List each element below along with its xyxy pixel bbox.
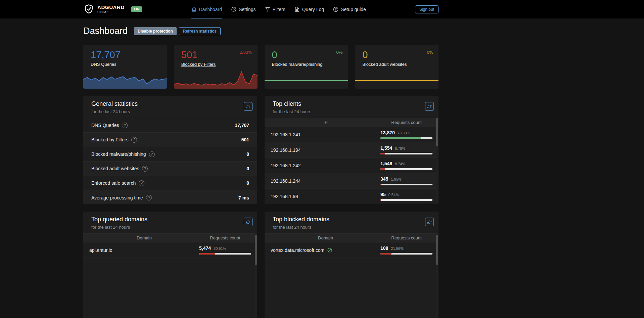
table-row: Blocked malware/phishing? 0 xyxy=(83,147,257,162)
stat-card-blocked-malware: 0 0% Blocked malware/phishing xyxy=(265,45,348,89)
requests-bar xyxy=(380,199,432,201)
client-ip[interactable]: 192.168.1.98 xyxy=(271,194,380,199)
sign-out-button[interactable]: Sign out xyxy=(415,5,439,13)
query-log-icon xyxy=(294,7,300,12)
refresh-icon xyxy=(246,220,250,224)
help-icon[interactable]: ? xyxy=(149,151,155,157)
help-icon[interactable]: ? xyxy=(131,137,137,143)
nav-item-filters[interactable]: Filters xyxy=(265,0,285,18)
scrollbar-thumb[interactable] xyxy=(255,235,257,265)
table-header: IP Requests count xyxy=(265,118,439,127)
nav-item-dashboard[interactable]: Dashboard xyxy=(191,0,222,18)
scrollbar-thumb[interactable] xyxy=(436,118,438,146)
brand-name: ADGUARD xyxy=(97,5,125,10)
blocked-status-icon xyxy=(327,247,332,253)
table-row: 192.168.1.194 1,5548.78% xyxy=(265,142,439,158)
refresh-icon xyxy=(427,104,431,109)
client-ip[interactable]: 192.168.1.194 xyxy=(271,147,380,153)
top-clients-panel: Top clients for the last 24 hours IP Req… xyxy=(265,96,439,204)
main-content: Dashboard Disable protection Refresh sta… xyxy=(83,25,439,318)
table-header: Domain Requests count xyxy=(83,233,257,242)
stat-cards-row: 17,707 DNS Queries 501 2.83% Blocked by … xyxy=(83,45,439,89)
setup-guide-help-icon xyxy=(333,7,338,12)
adguard-logo-icon xyxy=(83,3,94,15)
blocked-adult-percent: 0% xyxy=(427,50,433,55)
requests-bar xyxy=(380,184,432,185)
blocked-adult-sparkline xyxy=(355,67,439,89)
top-blocked-refresh-button[interactable] xyxy=(425,218,434,226)
protection-status-badge: ON xyxy=(131,6,142,12)
scrollbar-track[interactable] xyxy=(436,233,438,318)
blocked-domain[interactable]: vortex.data.microsoft.com xyxy=(271,247,380,253)
dns-queries-label: DNS Queries xyxy=(91,62,167,67)
top-clients-subtitle: for the last 24 hours xyxy=(273,109,433,114)
scrollbar-track[interactable] xyxy=(436,118,438,204)
top-blocked-domains-panel: Top blocked domains for the last 24 hour… xyxy=(265,212,439,318)
scrollbar-track[interactable] xyxy=(255,233,257,318)
help-icon[interactable]: ? xyxy=(139,180,144,186)
stat-card-dns-queries: 17,707 DNS Queries xyxy=(83,45,167,89)
column-header-requests: Requests count xyxy=(380,120,432,125)
column-header-requests: Requests count xyxy=(199,235,251,240)
table-row: api.entur.io 5,47430.91% xyxy=(83,242,257,258)
refresh-icon xyxy=(427,220,431,224)
top-blocked-table: vortex.data.microsoft.com 10821.56% xyxy=(265,242,439,258)
settings-gear-icon xyxy=(231,7,236,12)
requests-bar xyxy=(380,253,432,255)
dashboard-icon xyxy=(191,7,197,12)
top-clients-refresh-button[interactable] xyxy=(425,102,434,111)
brand-subtitle: HOME xyxy=(97,11,125,14)
page-header: Dashboard Disable protection Refresh sta… xyxy=(83,25,439,37)
filters-funnel-icon xyxy=(265,7,270,12)
table-row: 192.168.1.244 3451.95% xyxy=(265,173,439,189)
top-queried-refresh-button[interactable] xyxy=(244,218,252,226)
scrollbar-thumb[interactable] xyxy=(436,235,438,265)
top-clients-table: 192.168.1.241 13,87078.33% 192.168.1.194… xyxy=(265,127,439,204)
column-header-ip: IP xyxy=(271,120,380,125)
top-blocked-subtitle: for the last 24 hours xyxy=(273,225,433,230)
column-header-requests: Requests count xyxy=(380,235,432,240)
table-row: 192.168.1.98 950.54% xyxy=(265,189,439,204)
table-row: 192.168.1.241 13,87078.33% xyxy=(265,127,439,142)
table-row: Blocked by Filters? 501 xyxy=(83,133,257,147)
top-queried-domains-panel: Top queried domains for the last 24 hour… xyxy=(83,212,257,318)
column-header-domain: Domain xyxy=(89,235,199,240)
client-ip[interactable]: 192.168.1.242 xyxy=(271,163,380,168)
navbar: ADGUARD HOME ON Dashboard Settings Filte… xyxy=(0,0,644,18)
page-title: Dashboard xyxy=(83,25,128,37)
general-statistics-subtitle: for the last 24 hours xyxy=(91,109,252,114)
top-clients-title: Top clients xyxy=(273,100,433,108)
blocked-filters-link[interactable]: Blocked by Filters xyxy=(181,62,258,67)
dns-queries-value: 17,707 xyxy=(91,50,167,60)
brand: ADGUARD HOME ON xyxy=(83,0,142,18)
general-statistics-panel: General statistics for the last 24 hours… xyxy=(83,96,257,204)
stat-card-blocked-by-filters: 501 2.83% Blocked by Filters xyxy=(174,45,258,89)
top-blocked-title: Top blocked domains xyxy=(273,216,433,223)
nav-item-settings[interactable]: Settings xyxy=(231,0,256,18)
nav-item-query-log[interactable]: Query Log xyxy=(294,0,324,18)
general-statistics-refresh-button[interactable] xyxy=(244,102,252,111)
column-header-domain: Domain xyxy=(271,235,380,240)
nav-item-setup-guide[interactable]: Setup guide xyxy=(333,0,366,18)
table-row: DNS Queries? 17,707 xyxy=(83,118,257,133)
blocked-adult-label: Blocked adult websites xyxy=(362,62,439,67)
table-row: vortex.data.microsoft.com 10821.56% xyxy=(265,242,439,258)
requests-bar xyxy=(380,137,432,139)
client-ip[interactable]: 192.168.1.241 xyxy=(271,132,380,137)
client-ip[interactable]: 192.168.1.244 xyxy=(271,178,380,184)
blocked-filters-sparkline xyxy=(174,67,258,89)
help-icon[interactable]: ? xyxy=(146,195,152,200)
queried-domain[interactable]: api.entur.io xyxy=(89,247,199,253)
refresh-statistics-button[interactable]: Refresh statistics xyxy=(179,27,221,35)
help-icon[interactable]: ? xyxy=(122,123,128,128)
general-statistics-table: DNS Queries? 17,707 Blocked by Filters? … xyxy=(83,118,257,204)
table-row: Enforced safe search? 0 xyxy=(83,176,257,190)
table-row: 192.168.1.242 1,5488.74% xyxy=(265,158,439,173)
top-queried-title: Top queried domains xyxy=(91,216,252,223)
refresh-icon xyxy=(246,104,250,109)
table-row: Average processing time? 7 ms xyxy=(83,190,257,204)
disable-protection-button[interactable]: Disable protection xyxy=(134,27,177,35)
blocked-malware-label: Blocked malware/phishing xyxy=(272,62,348,67)
requests-bar xyxy=(380,153,432,154)
help-icon[interactable]: ? xyxy=(142,166,148,172)
